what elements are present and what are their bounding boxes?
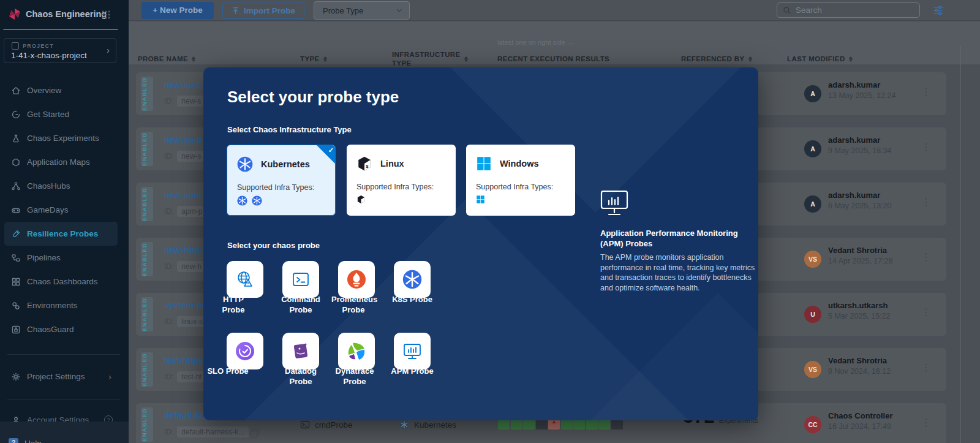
import-probe-button[interactable]: Import Probe (222, 2, 304, 19)
apm-monitor-icon (600, 190, 628, 217)
windows-icon (476, 156, 492, 172)
decorative-shape (413, 67, 758, 213)
sort-icon (849, 56, 853, 62)
kebab-menu[interactable]: ⋮ (921, 417, 930, 428)
dashboard-icon (11, 277, 21, 287)
probe-tile-datadog[interactable] (282, 333, 319, 369)
scroll-indicator[interactable] (960, 46, 961, 443)
search-input[interactable] (796, 6, 906, 15)
kebab-menu[interactable]: ⋮ (921, 251, 930, 263)
modified-by-user: utkarsh.utkarsh (828, 301, 888, 310)
kubernetes-icon (237, 156, 253, 172)
status-badge: ENABLED (141, 297, 153, 331)
sidebar-item-project-settings[interactable]: Project Settings › (0, 365, 129, 388)
sidebar-item-chaos-dashboards[interactable]: Chaos Dashboards (0, 270, 129, 293)
sidebar-item-get-started[interactable]: Get Started (0, 102, 129, 126)
sidebar-item-chaoshubs[interactable]: ChaosHubs (0, 174, 129, 198)
project-selector[interactable]: PROJECT 1-41-x-chaos-project › (4, 38, 116, 63)
infra-card-linux[interactable]: $ Linux Supported Infra Types: (347, 145, 456, 216)
supported-infra-icons (237, 195, 262, 206)
sidebar-item-resilience-probes[interactable]: Resilience Probes (4, 222, 118, 246)
divider (7, 399, 120, 399)
probe-name-link[interactable]: new-http- (164, 245, 203, 255)
supported-infra-label: Supported Infra Types: (476, 183, 553, 191)
sort-icon (748, 56, 752, 62)
infra-card-name: Linux (380, 159, 404, 168)
probe-tile-http[interactable] (227, 261, 263, 298)
probe-name-link[interactable]: system-pr (164, 300, 205, 310)
copy-icon[interactable] (252, 429, 259, 436)
filter-sliders-icon[interactable] (932, 4, 944, 17)
column-header-referenced-by[interactable]: REFERENCED BY (681, 55, 752, 62)
modified-date: 14 Apr 2025, 17:28 (828, 257, 893, 265)
probe-name-link[interactable]: new-sp-p (164, 135, 202, 145)
column-header-probe-name[interactable]: PROBE NAME (138, 55, 195, 62)
slo-probe-icon (235, 341, 255, 361)
help-icon: ? (9, 438, 18, 443)
column-header-type[interactable]: TYPE (300, 55, 327, 62)
sidebar-item-pipelines[interactable]: Pipelines (0, 246, 129, 270)
kebab-menu[interactable]: ⋮ (921, 86, 930, 97)
avatar: VS (804, 361, 821, 378)
probe-tile-dynatrace[interactable] (338, 333, 375, 369)
probe-tile-apm[interactable] (394, 333, 431, 369)
kebab-menu[interactable]: ⋮ (921, 362, 930, 373)
probe-name-link[interactable]: test-https (164, 355, 203, 365)
infra-card-kubernetes[interactable]: ✓ Kubernetes Supported Infra Types: (227, 145, 336, 216)
modified-by-user: Vedant Shrotria (828, 246, 887, 255)
sidebar-item-chaos-experiments[interactable]: Chaos Experiments (0, 126, 129, 150)
supported-infra-label: Supported Infra Types: (356, 183, 434, 191)
probe-tile-slo[interactable] (227, 333, 263, 369)
sidebar-item-application-maps[interactable]: Application Maps (0, 150, 129, 174)
project-name: 1-41-x-chaos-project (11, 51, 87, 60)
avatar: A (804, 195, 821, 213)
probe-tube-icon (11, 229, 21, 239)
column-header-last-modified[interactable]: LAST MODIFIED (787, 55, 853, 62)
module-grid-icon[interactable] (101, 10, 111, 20)
hexagon-icon (11, 157, 21, 167)
modified-date: 9 May 2025, 18:34 (828, 146, 892, 155)
new-probe-button[interactable]: + New Probe (141, 2, 214, 19)
infra-card-windows[interactable]: Windows Supported Infra Types: (466, 145, 575, 216)
sidebar-item-label: ChaosHubs (27, 181, 70, 191)
probe-name-link[interactable]: default-ha (164, 411, 205, 420)
id-label: ID: (164, 317, 173, 326)
probe-id: new-s (177, 96, 205, 107)
probe-tile-command[interactable] (282, 261, 319, 298)
modified-by-user: adarsh.kumar (828, 135, 880, 145)
sidebar-item-overview[interactable]: Overview (0, 78, 129, 102)
kebab-menu[interactable]: ⋮ (921, 306, 930, 318)
kebab-menu[interactable]: ⋮ (921, 196, 930, 208)
probe-name-link[interactable]: new-apm- (164, 190, 204, 200)
supported-infra-icons (476, 195, 485, 204)
search-icon (783, 6, 791, 15)
probe-name-link[interactable]: new-sp-c (164, 80, 202, 89)
divider (7, 354, 120, 355)
sidebar: Chaos Engineering PROJECT 1-41-x-chaos-p… (0, 0, 129, 443)
select-probe-type-modal: Select your probe type Select Chaos Infr… (203, 67, 758, 420)
column-header-infrastructure-type[interactable]: INFRASTRUCTURE TYPE (392, 50, 459, 67)
probe-type-filter[interactable]: Probe Type (314, 1, 410, 20)
sidebar-header: Chaos Engineering (0, 0, 129, 28)
sidebar-item-label: Environments (27, 301, 78, 310)
probe-tile-k8s[interactable] (394, 261, 431, 298)
sidebar-item-environments[interactable]: Environments (0, 293, 129, 317)
supported-infra-icons (356, 195, 366, 204)
sort-icon (464, 56, 468, 62)
project-label: PROJECT (23, 43, 54, 49)
kubernetes-icon (399, 420, 409, 430)
id-label: ID: (164, 373, 173, 381)
sidebar-item-gamedays[interactable]: GameDays (0, 198, 129, 222)
terminal-icon (300, 420, 310, 430)
kebab-menu[interactable]: ⋮ (921, 141, 930, 153)
probe-id: default-harness-k... (177, 426, 249, 437)
sidebar-item-label: GameDays (27, 205, 69, 214)
avatar: A (804, 85, 821, 102)
sidebar-item-help[interactable]: ? Help (0, 434, 129, 443)
sidebar-item-chaosguard[interactable]: ChaosGuard (0, 317, 129, 341)
modified-by-user: Chaos Controller (828, 411, 892, 420)
infrastructure-cell: Kubernetes (399, 420, 456, 430)
probe-tile-prometheus[interactable] (338, 261, 375, 298)
sidebar-item-label: Chaos Dashboards (27, 277, 98, 286)
apm-panel-description: The APM probe monitors application perfo… (600, 252, 758, 293)
